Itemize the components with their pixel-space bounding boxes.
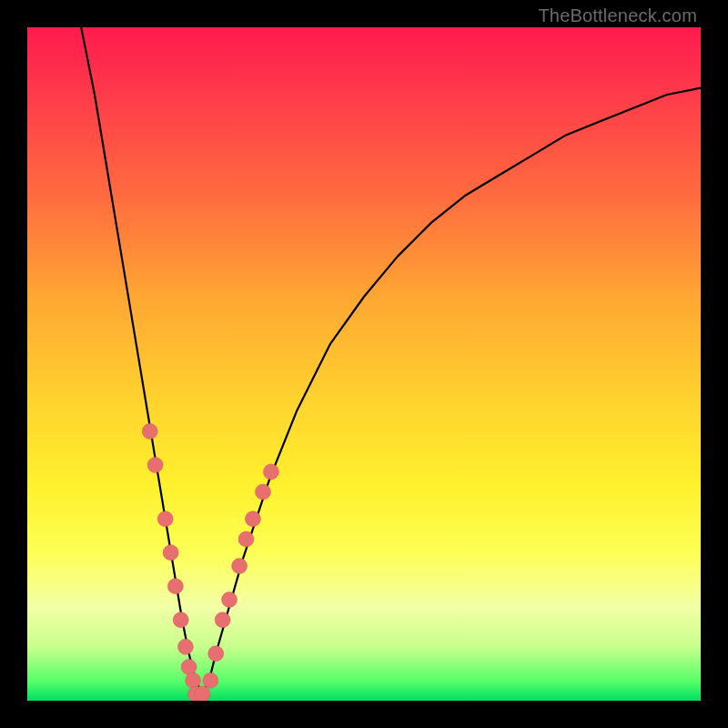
highlight-dot [177, 639, 193, 654]
highlight-dot [147, 458, 163, 473]
highlight-dot [203, 672, 218, 688]
watermark-text: TheBottleneck.com [538, 5, 697, 26]
plot-area [27, 27, 701, 701]
highlight-dot [157, 511, 173, 527]
highlight-dots [142, 424, 278, 702]
curve-layer [27, 27, 701, 701]
chart-frame: TheBottleneck.com [0, 0, 728, 728]
highlight-dot [232, 559, 248, 574]
highlight-dot [208, 646, 224, 662]
highlight-dot [181, 660, 197, 675]
highlight-dot [245, 511, 260, 527]
highlight-dot [163, 545, 178, 561]
highlight-dot [195, 686, 210, 701]
highlight-dot [173, 612, 188, 628]
highlight-dot [186, 672, 201, 688]
highlight-dot [142, 424, 157, 440]
highlight-dot [215, 612, 230, 628]
highlight-dot [222, 592, 238, 608]
highlight-dot [167, 579, 183, 594]
highlight-dot [256, 484, 271, 500]
highlight-dot [263, 464, 278, 480]
highlight-dot [238, 531, 254, 547]
